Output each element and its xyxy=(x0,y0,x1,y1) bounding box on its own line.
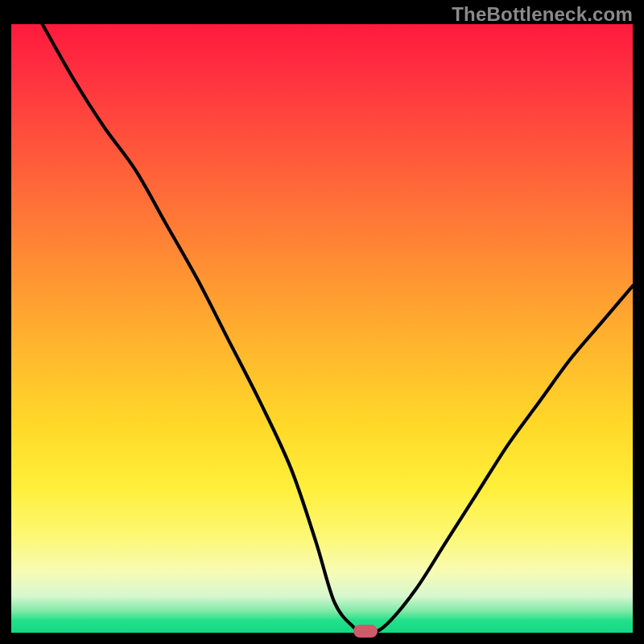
optimum-marker xyxy=(353,625,378,638)
bottleneck-curve xyxy=(11,24,633,633)
curve-path xyxy=(43,24,633,633)
chart-frame: TheBottleneck.com xyxy=(0,0,644,644)
attribution-watermark: TheBottleneck.com xyxy=(452,3,633,26)
